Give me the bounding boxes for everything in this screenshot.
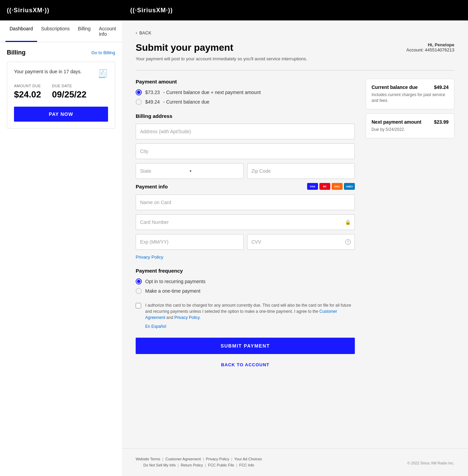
- payment-due-row: Your payment is due in 17 days. 🧾: [14, 69, 108, 78]
- pay-now-button[interactable]: PAY NOW: [14, 107, 108, 122]
- due-date-value: 09/25/22: [52, 89, 87, 100]
- frequency-option-1[interactable]: Opt in to recurring payments: [136, 278, 355, 285]
- page-title: Submit your payment: [136, 42, 233, 53]
- footer-website-terms[interactable]: Website Terms: [136, 457, 160, 461]
- option2-desc: - Current balance due: [163, 99, 209, 105]
- exp-group: [136, 234, 244, 250]
- right-panel: ((·SiriusXM·)) ‹ BACK Submit your paymen…: [122, 0, 468, 476]
- state-select[interactable]: State ▾: [136, 163, 244, 179]
- address-input[interactable]: [136, 124, 355, 139]
- billing-header: Billing Go to Billing: [7, 49, 115, 56]
- current-balance-row: Current balance due $49.24: [372, 85, 449, 90]
- payment-info-title: Payment info: [136, 184, 168, 189]
- payment-frequency-options: Opt in to recurring payments Make a one-…: [136, 278, 355, 294]
- chevron-down-icon: ▾: [190, 169, 239, 173]
- billing-address-title: Billing address: [136, 113, 355, 119]
- left-logo: ((·SiriusXM·)): [7, 7, 49, 14]
- due-date-group: DUE DATE 09/25/22: [52, 84, 87, 100]
- nav-dashboard[interactable]: Dashboard: [5, 20, 37, 42]
- footer-privacy-policy[interactable]: Privacy Policy: [206, 457, 229, 461]
- mastercard-icon: MC: [319, 183, 330, 190]
- footer-links-row2: Do Not Sell My Info | Return Policy | FC…: [136, 463, 262, 467]
- billing-title: Billing: [7, 49, 26, 56]
- user-greeting: Hi, Penelope: [406, 42, 454, 47]
- card-number-input[interactable]: [136, 214, 355, 230]
- city-input[interactable]: [136, 143, 355, 159]
- frequency-option-2[interactable]: Make a one-time payment: [136, 288, 355, 294]
- privacy-policy-link[interactable]: Privacy Policy: [136, 255, 163, 260]
- city-group: [136, 143, 355, 159]
- visa-icon: VISA: [307, 183, 318, 190]
- option1-desc: - Current balance due + next payment amo…: [163, 90, 261, 95]
- main-layout: Payment amount $73.23 - Current balance …: [136, 79, 454, 371]
- left-nav: Dashboard Subscriptions Billing Account …: [0, 20, 122, 42]
- submit-payment-button[interactable]: SUBMIT PAYMENT: [136, 338, 355, 354]
- auth-privacy-link[interactable]: Privacy Policy: [174, 315, 199, 320]
- card-icons: VISA MC DISC AMEX: [307, 183, 355, 190]
- right-logo: ((·SiriusXM·)): [130, 7, 173, 14]
- state-zip-row: State ▾: [136, 163, 355, 179]
- payment-option-2[interactable]: $49.24 - Current balance due: [136, 99, 355, 105]
- zip-input[interactable]: [247, 163, 355, 179]
- payment-due-text: Your payment is due in 17 days.: [14, 69, 82, 74]
- receipt-icon: 🧾: [98, 69, 108, 78]
- exp-input[interactable]: [136, 234, 244, 250]
- auth-period: .: [199, 315, 200, 320]
- right-content: ‹ BACK Submit your payment Hi, Penelope …: [122, 20, 468, 448]
- user-info: Hi, Penelope Account: 445514076213: [406, 42, 454, 52]
- cvv-input[interactable]: [247, 234, 355, 250]
- nav-subscriptions[interactable]: Subscriptions: [37, 20, 74, 42]
- footer-ad-choices[interactable]: Your Ad Choices: [234, 457, 262, 461]
- freq-radio2-circle: [136, 288, 142, 294]
- back-link[interactable]: ‹ BACK: [136, 30, 454, 35]
- nav-billing[interactable]: Billing: [74, 20, 95, 42]
- back-to-account-button[interactable]: BACK TO ACCOUNT: [136, 359, 355, 371]
- cvv-help-icon[interactable]: ?: [345, 239, 351, 245]
- form-section: Payment amount $73.23 - Current balance …: [136, 79, 355, 371]
- name-on-card-input[interactable]: [136, 195, 355, 210]
- footer-fcc-info[interactable]: FCC Info: [239, 463, 254, 467]
- left-header: ((·SiriusXM·)): [0, 0, 122, 20]
- footer: Website Terms | Customer Agreement | Pri…: [122, 448, 468, 476]
- left-content: Billing Go to Billing Your payment is du…: [0, 42, 122, 136]
- freq-radio1-circle: [136, 278, 142, 285]
- footer-do-not-sell[interactable]: Do Not Sell My Info: [144, 463, 176, 467]
- amount-due-label: AMOUNT DUE: [14, 84, 41, 88]
- footer-links-container: Website Terms | Customer Agreement | Pri…: [136, 457, 262, 469]
- back-chevron-icon: ‹: [136, 30, 137, 35]
- amount-due-group: AMOUNT DUE $24.02: [14, 84, 41, 100]
- auth-and: and: [165, 315, 175, 320]
- nav-account-info[interactable]: Account Info: [95, 20, 120, 42]
- authorization-row: I authorize this card to be charged for …: [136, 302, 355, 329]
- footer-fcc-public[interactable]: FCC Public File: [208, 463, 234, 467]
- current-balance-amount: $49.24: [434, 85, 449, 90]
- footer-links-row1: Website Terms | Customer Agreement | Pri…: [136, 457, 262, 461]
- exp-cvv-row: ?: [136, 234, 355, 250]
- card-number-group: 🔒: [136, 214, 355, 230]
- user-account: Account: 445514076213: [406, 47, 454, 52]
- option2-value: $49.24: [145, 99, 160, 105]
- go-to-billing-link[interactable]: Go to Billing: [91, 50, 115, 55]
- cvv-group: ?: [247, 234, 355, 250]
- current-balance-card: Current balance due $49.24 Includes curr…: [366, 79, 454, 109]
- en-espanol-link[interactable]: En Español: [145, 323, 355, 329]
- payment-frequency-title: Payment frequency: [136, 268, 355, 274]
- freq-option2-label: Make a one-time payment: [145, 288, 200, 294]
- payment-amount-options: $73.23 - Current balance due + next paym…: [136, 89, 355, 105]
- next-payment-amount: $23.99: [434, 119, 449, 125]
- left-panel: ((·SiriusXM·)) Dashboard Subscriptions B…: [0, 0, 122, 476]
- payment-info-header: Payment info VISA MC DISC AMEX: [136, 183, 355, 190]
- current-balance-label: Current balance due: [372, 85, 418, 90]
- footer-customer-agreement[interactable]: Customer Agreement: [165, 457, 201, 461]
- back-label: BACK: [139, 30, 151, 35]
- next-payment-row: Next payment amount $23.99: [372, 119, 449, 125]
- auth-text: I authorize this card to be charged for …: [145, 302, 355, 329]
- payment-option-1[interactable]: $73.23 - Current balance due + next paym…: [136, 89, 355, 95]
- next-payment-card: Next payment amount $23.99 Due by 5/24/2…: [366, 113, 454, 138]
- footer-return-policy[interactable]: Return Policy: [181, 463, 203, 467]
- lock-icon: 🔒: [345, 219, 351, 225]
- billing-amounts: AMOUNT DUE $24.02 DUE DATE 09/25/22: [14, 84, 108, 100]
- page-title-row: Submit your payment Hi, Penelope Account…: [136, 42, 454, 53]
- auth-checkbox[interactable]: [136, 303, 141, 308]
- payment-amount-title: Payment amount: [136, 79, 355, 85]
